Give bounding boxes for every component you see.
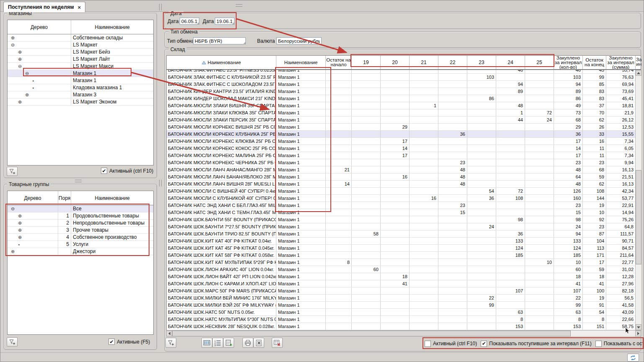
stock-table-row[interactable]: БАТОНЧИК КИНДЕР ШОКОЛАД МАКСИ 21Г KINDER… xyxy=(167,95,635,102)
collapse-icon[interactable]: ⊖ xyxy=(18,63,22,70)
expand-icon[interactable]: ⊕ xyxy=(11,248,15,255)
column-header-product-name[interactable]: Наименование xyxy=(167,56,276,69)
scroll-right-button[interactable] xyxy=(635,331,641,336)
stock-table-row[interactable]: БАТОНЧИК ШОК.ЛИОН С КАРАМ.И ХЛОП.42Г LIO… xyxy=(167,280,635,287)
stock-table-row[interactable]: БАТОНЧИК ШОК.КИТ КАТ 58Г РФ KITKAT 0.058… xyxy=(167,252,635,259)
stock-table-row[interactable]: БАТОНЧИК ШОК.МАРС 50Г РФ MARS (ПРИКАССА)… xyxy=(167,287,635,295)
expand-icon[interactable]: ⊕ xyxy=(18,212,22,219)
stock-table-row[interactable]: БАТОНЧИК ШОК.БАУНТИ 55Г BOUNTY (ПРИКАССА… xyxy=(167,216,635,223)
stock-table-row[interactable]: БАТОНЧИК НАТС ЭНД ХАНИ С ТЕМН.ГЛАЗ.45Г M… xyxy=(167,209,635,216)
shops-col-name[interactable]: Наименование xyxy=(71,20,153,34)
column-header-purchased-qty[interactable]: Закуплено за интервал (кол-во) xyxy=(554,56,583,69)
expand-icon[interactable]: ⊕ xyxy=(18,49,22,55)
groups-tree-row[interactable]: ⊕1Продовольственные товары xyxy=(8,212,153,220)
splitter-grip-vertical-mid[interactable] xyxy=(159,180,162,186)
groups-col-order[interactable]: Поря xyxy=(58,191,71,205)
stock-table-row[interactable]: БАТОНЧИК ШОК.НЕСКВИК 28Г NESQUIK 0.028кг… xyxy=(167,323,635,330)
tab-receipts-by-weeks[interactable]: Поступления по неделям × xyxy=(3,2,85,12)
stock-table-row[interactable]: БАТОНЧИК-МЮСЛИ ЗЛАКИ КЛЮКВА 35Г СПАРТАКМ… xyxy=(167,109,635,116)
groups-active-checkbox[interactable]: ✔ xyxy=(108,339,115,345)
stock-table-row[interactable]: БАТОНЧИК МЮСЛИ ЛАНЧ ВИШНЯ 28Г MUESLI LUN… xyxy=(167,181,635,188)
stock-table-row[interactable]: БАТОНЧИК ШОК.МИЛКИ ВЭЙ 26Г РФ MILKYWAY (… xyxy=(167,302,635,309)
expand-icon[interactable]: ⊕ xyxy=(18,56,22,62)
column-header-start-balance[interactable]: Остаток на начало xyxy=(326,56,352,69)
stock-table-row[interactable]: БАТОНЧИК ШОК.НАТС МУЛЬТИПАК 5*30Г NUTS 0… xyxy=(167,316,635,323)
shops-active-checkbox[interactable]: ✔ xyxy=(101,168,107,174)
dropdown-corner-icon[interactable] xyxy=(243,42,245,44)
shops-tree-row[interactable]: ⊖LS Маркет Макси xyxy=(8,63,153,70)
groups-col-tree[interactable]: Дерево xyxy=(8,191,58,205)
stock-table-row[interactable]: БАТОНЧИК ШОК.КИТ КАТ 45Г РФ KITKAT 0.045… xyxy=(167,245,635,252)
stock-table-row[interactable]: БАТОНЧИК МЮСЛИ КОРНЕКС МАЛИНА 25Г РБ COF… xyxy=(167,152,635,159)
groups-tree-row[interactable]: ⊕2Непродовольственные товары xyxy=(8,220,153,227)
stock-table-row[interactable]: БАТОНЧИК НАТС ЭНД ХАНИ С БЕЛ.ГЛАЗ.45Г MI… xyxy=(167,202,635,209)
shops-col-tree[interactable]: Дерево xyxy=(8,20,71,34)
numbered-list-button[interactable]: 1 2 3 xyxy=(212,338,223,348)
stock-table-row[interactable]: БАТОНЧИК МЮСЛИ С ВИШНЕЙ 40Г СУПЕР! 0.4кг… xyxy=(167,188,635,195)
shops-tree-row[interactable]: ⊖LS Маркет xyxy=(8,41,153,49)
stock-option-1-checkbox[interactable]: ✔ xyxy=(481,341,487,347)
refresh-button[interactable] xyxy=(627,354,639,362)
stock-table-row[interactable]: БАТОНЧИК МЮСЛИ ЛАНЧ БАНАН/ЯБЛОКО 28Г MUE… xyxy=(167,173,635,181)
stock-table-row[interactable]: БАТОНЧИК МЮСЛИ КОРНЕКС ВИШНЯ 25Г РБ CORI… xyxy=(167,124,635,131)
stock-table-row[interactable]: БАТОНЧИК МЮСЛИ КОРНЕКС КОКОС 25Г РБ CORN… xyxy=(167,145,635,152)
stock-table-row[interactable]: БАТОНЧИК ШОК.МИЛКИ ВЕЙ МИНИС 176Г MILKYW… xyxy=(167,295,635,302)
shops-tree-row[interactable]: ●Кладовка магазина 1 xyxy=(8,84,153,91)
shops-tree-row[interactable]: ⊕LS Маркет Бейз xyxy=(8,49,153,56)
collapse-icon[interactable]: ⊖ xyxy=(11,205,15,212)
expand-icon[interactable]: ⊕ xyxy=(18,227,22,233)
expand-icon[interactable]: ⊕ xyxy=(11,34,15,41)
horizontal-scroll-thumb[interactable] xyxy=(172,331,571,336)
column-header-week-23[interactable]: 23 xyxy=(467,56,496,69)
stock-table-row[interactable]: БАТОНЧИК-МЮСЛИ ЗЛАКИ ПЕРСИК 35Г СПАРТАК … xyxy=(167,116,635,124)
stock-table-row[interactable]: БАТОНЧИК КИНДЕР КАНТРИ 23.5Г ИТАЛИЯ KIND… xyxy=(167,88,635,95)
vertical-scroll-thumb[interactable] xyxy=(636,170,641,264)
collapse-icon[interactable]: ⊖ xyxy=(25,70,29,77)
expand-icon[interactable]: ⊕ xyxy=(18,234,22,240)
shops-tree-row[interactable]: ⊕Магазин 3 xyxy=(8,91,153,98)
expand-icon[interactable]: ⊕ xyxy=(18,220,22,226)
stock-filter-button[interactable] xyxy=(165,338,176,348)
groups-tree-row[interactable]: ⊕Джестори xyxy=(8,248,153,255)
stock-table-row[interactable]: БАТОНЧИК ШОК.БАУНТИ ТРИО 82.5Г BOUNTY (П… xyxy=(167,230,635,238)
splitter-grip-left[interactable] xyxy=(75,180,82,182)
column-header-week-20[interactable]: 20 xyxy=(381,56,410,69)
exchange-type-combo[interactable] xyxy=(193,37,246,44)
excel-export-button[interactable] xyxy=(253,338,264,348)
shops-tree-row[interactable]: ⊕Собственные склады xyxy=(8,34,153,41)
shops-tree-row[interactable]: ⊕LS Маркет Эконом xyxy=(8,98,153,106)
dropdown-corner-icon[interactable] xyxy=(196,22,199,25)
calculator-add-button[interactable] xyxy=(223,338,234,348)
column-header-store-name[interactable]: Наименование xyxy=(276,56,326,69)
stock-table-row[interactable]: БАТОНЧИК МЮСЛИ КОРНЕКС ЧЕРНИКА 25Г РБ CO… xyxy=(167,159,635,166)
print-button[interactable] xyxy=(242,338,253,348)
stock-table-row[interactable]: БАТОНЧИК МЮСЛИ КОРНЕКС КЛУБНИКА 25Г РБ С… xyxy=(167,131,635,138)
groups-tree-row[interactable]: ⊖Все xyxy=(8,205,153,212)
stock-table-row[interactable]: БАТОНЧИК ШОК.ЛИОН АРАХИС 40Г LION 0.04кг… xyxy=(167,266,635,273)
table-delete-button[interactable] xyxy=(272,338,283,348)
stock-table-row[interactable]: БАТОНЧИК ШОК.КИТ КАТ МУЛЬТИПАК 5*29Г РФ … xyxy=(167,259,635,266)
groups-tree-row[interactable]: ⊕3Прочие товары xyxy=(8,227,153,234)
column-header-end-balance[interactable]: Остаток на конец xyxy=(583,56,606,69)
stock-table-row[interactable]: БАТОНЧИК ЗЛАК.ФИТНЕС 23.5Г FITNESS 0.023… xyxy=(167,70,635,74)
groups-tree-row[interactable]: ●5Услуги xyxy=(8,241,153,248)
shops-tree-row[interactable]: ●Магазин 1 xyxy=(8,77,153,84)
expand-icon[interactable]: ⊕ xyxy=(18,98,22,105)
stock-table-row[interactable]: БАТОНЧИК ШОК.КИТ КАТ 40Г РФ KITKAT 0.04к… xyxy=(167,238,635,245)
stock-table-row[interactable]: БАТОНЧИК ШОК.БАУНТИ 7*27.5Г BOUNTY (ПРИК… xyxy=(167,223,635,230)
stock-table-row[interactable]: БАТОНЧИК МЮСЛИ С КЛУБНИКОЙ 40Г СУПЕР! 0.… xyxy=(167,195,635,202)
groups-col-name[interactable]: Наименование xyxy=(71,191,153,205)
groups-tree-row[interactable]: ⊕4Собственное производство xyxy=(8,234,153,241)
tab-close-icon[interactable]: × xyxy=(78,4,81,10)
shops-filter-button[interactable] xyxy=(7,167,18,176)
stock-table-row[interactable]: БАТОНЧИК ЗЛАК.ФИТНЕС С КЛУБНИКОЙ 23.5Г F… xyxy=(167,74,635,81)
stock-table-row[interactable]: БАТОНЧИК МЮСЛИ КОРНЕКС КЛЮКВА 25Г РБ COF… xyxy=(167,138,635,145)
column-header-week-19[interactable]: 19 xyxy=(352,56,381,69)
stock-option-0-checkbox[interactable] xyxy=(425,341,431,347)
shops-tree-row[interactable]: ⊕LS Маркет Лайт xyxy=(8,56,153,63)
currency-combo[interactable] xyxy=(276,37,322,44)
stock-table-row[interactable]: БАТОНЧИК ШОК.ЛИОН ВАЙТ 42Г РП LION 0.042… xyxy=(167,273,635,280)
scroll-down-button[interactable] xyxy=(636,324,641,330)
stock-option-2-checkbox[interactable] xyxy=(595,341,602,347)
column-header-clipped[interactable]: За ин xyxy=(636,56,641,69)
